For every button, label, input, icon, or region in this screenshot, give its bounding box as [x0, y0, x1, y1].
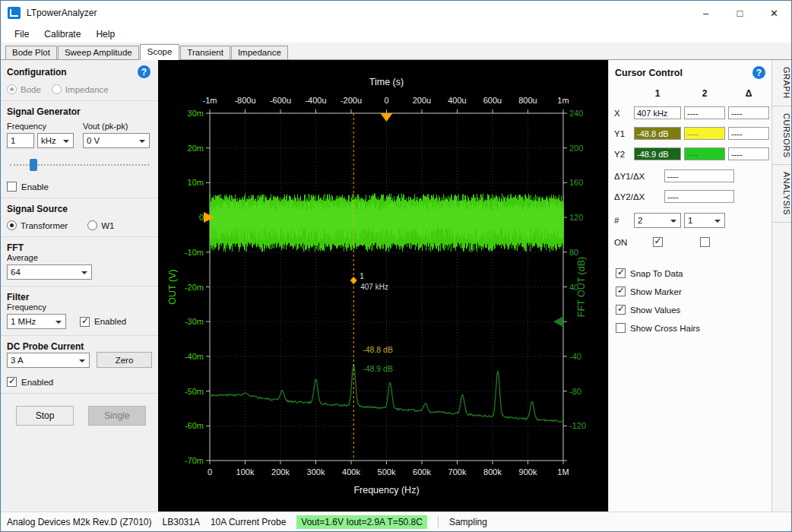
radio-bode-label: Bode — [21, 85, 41, 94]
show-cross-hairs-row[interactable]: Show Cross Hairs — [616, 323, 765, 333]
status-probe: 10A Current Probe — [211, 517, 286, 527]
side-tab-graph[interactable]: GRAPH — [772, 60, 791, 106]
svg-text:80: 80 — [569, 248, 578, 257]
side-tab-analysis[interactable]: ANALYSIS — [772, 165, 791, 223]
configuration-radios: Bode Impedance — [7, 84, 152, 94]
filter-enabled-checkbox[interactable] — [80, 317, 90, 327]
zero-button[interactable]: Zero — [97, 352, 152, 368]
svg-text:160: 160 — [569, 178, 583, 187]
svg-text:200k: 200k — [271, 467, 290, 477]
snap-to-data-label: Snap To Data — [630, 269, 683, 278]
radio-bode[interactable]: Bode — [7, 84, 41, 94]
window-title: LTpowerAnalyzer — [27, 8, 97, 18]
cursor-select-grid: # 2 1 ON — [614, 213, 766, 247]
enable-checkbox-row[interactable]: Enable — [7, 182, 152, 192]
snap-to-data-row[interactable]: Snap To Data — [616, 268, 765, 278]
cursor-number-select-2[interactable]: 1 — [684, 213, 725, 228]
dy2dx-label: ΔY2/ΔX — [614, 192, 658, 201]
snap-to-data-checkbox[interactable] — [616, 268, 626, 278]
cursor-control-title: Cursor Control — [615, 68, 683, 78]
cursor-y1-value-2: ---- — [684, 127, 725, 140]
average-select[interactable]: 64 — [7, 264, 92, 280]
signal-source-radios: Transformer W1 — [7, 220, 152, 230]
sidebar: Configuration ? Bode Impedance Signal Ge… — [1, 60, 158, 511]
menu-file[interactable]: File — [7, 27, 36, 42]
frequency-label: Frequency — [7, 122, 74, 131]
show-cross-hairs-checkbox[interactable] — [616, 323, 626, 333]
slider-thumb[interactable] — [30, 159, 37, 171]
stop-button[interactable]: Stop — [16, 406, 74, 426]
show-cross-hairs-label: Show Cross Hairs — [630, 324, 700, 333]
enable-checkbox[interactable] — [7, 182, 17, 192]
dc-probe-current-select[interactable]: 3 A — [7, 353, 90, 368]
menu-calibrate[interactable]: Calibrate — [36, 27, 88, 42]
filter-enabled-row[interactable]: Enabled — [80, 317, 126, 327]
svg-text:500k: 500k — [378, 467, 396, 477]
svg-text:240: 240 — [569, 109, 583, 118]
maximize-button[interactable]: □ — [723, 1, 757, 25]
scope-plot[interactable]: -1m030m-800u100k20m-600u200k10m-400u300k… — [158, 60, 608, 511]
svg-text:OUT (V): OUT (V) — [167, 269, 178, 304]
dc-probe-enabled-checkbox[interactable] — [7, 377, 17, 387]
tab-scope[interactable]: Scope — [140, 44, 180, 60]
cursor-y2-delta: ---- — [728, 147, 769, 160]
frequency-unit-select[interactable]: kHz — [37, 133, 74, 148]
filter-frequency-select[interactable]: 1 MHz — [7, 314, 66, 329]
side-tab-cursors[interactable]: CURSORS — [772, 106, 791, 166]
configuration-help-icon[interactable]: ? — [138, 65, 150, 78]
cursor-x-delta: ---- — [728, 106, 769, 119]
single-button[interactable]: Single — [88, 406, 146, 426]
dy2dx-value: ---- — [664, 190, 734, 203]
signal-generator-fields: Frequency 1 kHz Vout (pk-pk) 0 V — [7, 122, 152, 148]
cursor-y1-value-1: -48.8 dB — [634, 127, 681, 140]
radio-transformer-label: Transformer — [21, 221, 68, 230]
frequency-input[interactable]: 1 — [7, 133, 34, 148]
status-state: Sampling — [449, 517, 487, 527]
dc-probe-enabled-label: Enabled — [21, 378, 53, 387]
amplitude-slider[interactable] — [8, 157, 150, 173]
divider — [1, 335, 158, 336]
minimize-button[interactable]: – — [689, 1, 723, 25]
radio-impedance-label: Impedance — [65, 85, 109, 94]
cursor-y2-value-1: -48.9 dB — [634, 147, 681, 160]
close-button[interactable]: ✕ — [757, 1, 791, 25]
cursor-control-help-icon[interactable]: ? — [752, 66, 765, 79]
dc-probe-title: DC Probe Current — [7, 341, 152, 352]
cursor-number-select-1[interactable]: 2 — [634, 213, 681, 228]
tab-transient[interactable]: Transient — [180, 46, 230, 59]
show-marker-checkbox[interactable] — [616, 287, 626, 296]
svg-text:30m: 30m — [188, 109, 204, 118]
svg-text:-600u: -600u — [270, 96, 291, 105]
radio-w1[interactable]: W1 — [87, 220, 114, 230]
vout-select[interactable]: 0 V — [83, 133, 150, 148]
cursor-col-1: 1 — [634, 88, 681, 99]
svg-text:Frequency (Hz): Frequency (Hz) — [353, 485, 419, 496]
svg-text:300k: 300k — [307, 467, 325, 477]
radio-impedance-icon — [52, 84, 62, 94]
show-values-row[interactable]: Show Values — [616, 305, 765, 315]
main-content: Configuration ? Bode Impedance Signal Ge… — [1, 60, 791, 511]
cursor-1-on-checkbox[interactable] — [653, 237, 663, 247]
cursor-control-panel: Cursor Control ? 1 2 Δ X 407 kHz ---- --… — [608, 60, 771, 511]
svg-text:FFT OUT (dB): FFT OUT (dB) — [576, 257, 587, 317]
enable-label: Enable — [21, 182, 49, 192]
tab-impedance[interactable]: Impedance — [231, 46, 288, 59]
menubar: File Calibrate Help — [1, 25, 791, 43]
radio-w1-label: W1 — [101, 221, 114, 230]
show-values-checkbox[interactable] — [616, 305, 626, 315]
signal-source-title: Signal Source — [7, 204, 152, 214]
tab-sweep-amplitude[interactable]: Sweep Amplitude — [58, 46, 139, 59]
tab-bode-plot[interactable]: Bode Plot — [5, 46, 57, 59]
show-marker-row[interactable]: Show Marker — [616, 287, 765, 296]
svg-text:-800u: -800u — [234, 96, 255, 105]
dc-probe-enabled-row[interactable]: Enabled — [7, 377, 152, 387]
svg-text:-80: -80 — [569, 387, 581, 396]
cursor-2-on-checkbox[interactable] — [700, 237, 710, 247]
menu-help[interactable]: Help — [88, 27, 122, 42]
app-icon — [8, 7, 21, 19]
svg-text:200u: 200u — [413, 96, 431, 105]
radio-transformer[interactable]: Transformer — [7, 220, 68, 230]
svg-text:-1m: -1m — [203, 96, 217, 105]
divider — [1, 100, 158, 101]
radio-impedance[interactable]: Impedance — [52, 84, 109, 94]
